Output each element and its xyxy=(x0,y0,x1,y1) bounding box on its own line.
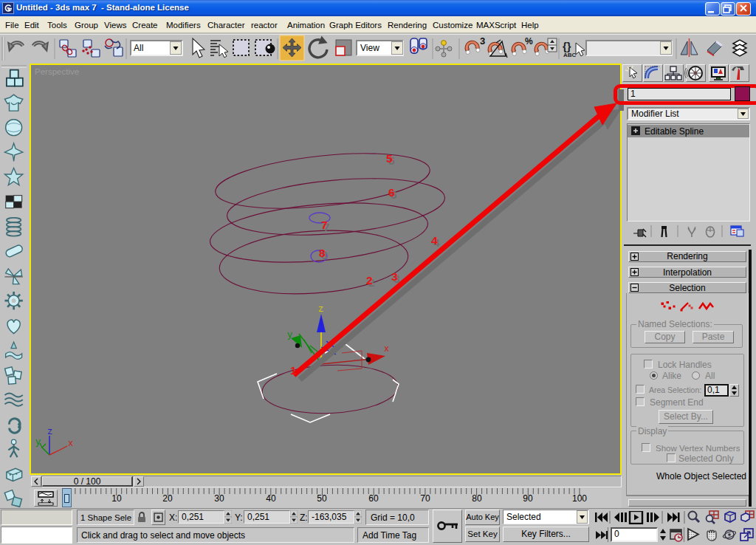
svg-text:ABC: ABC xyxy=(563,52,577,58)
svg-text:2: 2 xyxy=(366,274,373,287)
svg-text:10: 10 xyxy=(111,493,122,504)
svg-text:30: 30 xyxy=(214,493,224,504)
svg-text:z: z xyxy=(318,304,323,315)
svg-text:{}: {} xyxy=(563,40,571,52)
svg-text:%: % xyxy=(525,36,533,47)
svg-text:100: 100 xyxy=(572,493,587,504)
svg-text:20: 20 xyxy=(162,493,173,504)
svg-text:5: 5 xyxy=(386,152,393,165)
svg-text:80: 80 xyxy=(472,493,482,504)
svg-text:6: 6 xyxy=(388,186,395,199)
svg-text:4: 4 xyxy=(431,234,438,247)
svg-text:x: x xyxy=(384,344,389,354)
svg-text:3: 3 xyxy=(480,35,485,47)
svg-text:60: 60 xyxy=(368,493,379,504)
svg-text:7: 7 xyxy=(321,219,328,231)
svg-text:z: z xyxy=(47,427,52,437)
svg-text:50: 50 xyxy=(317,493,327,504)
svg-text:3: 3 xyxy=(391,270,398,283)
svg-text:40: 40 xyxy=(266,493,276,504)
svg-text:90: 90 xyxy=(523,493,533,504)
svg-text:y: y xyxy=(35,437,41,448)
svg-text:1: 1 xyxy=(290,364,297,377)
svg-text:y: y xyxy=(287,330,292,340)
svg-text:70: 70 xyxy=(420,493,430,504)
svg-text:x: x xyxy=(68,439,73,449)
svg-text:8: 8 xyxy=(319,247,326,259)
